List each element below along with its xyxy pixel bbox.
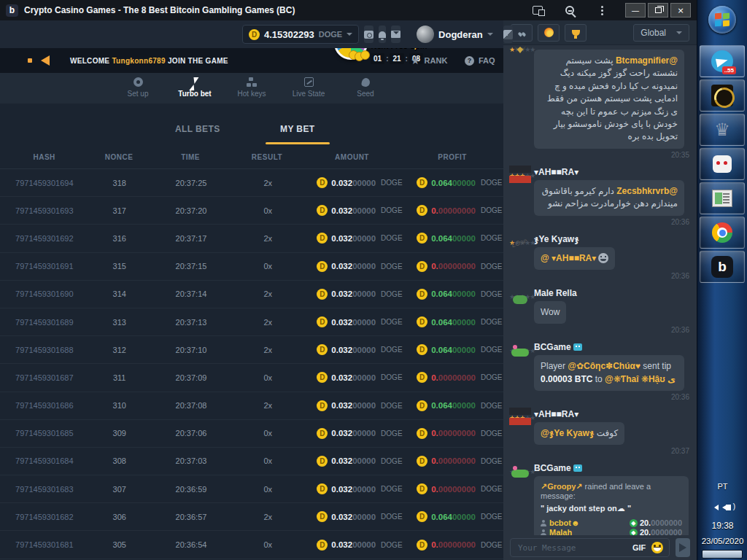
chat-room-select[interactable]: Global xyxy=(633,24,689,42)
chat-username[interactable]: ▾AH■■RA▾ xyxy=(534,409,689,419)
bet-hash[interactable]: 7971459301692 xyxy=(0,234,89,243)
tray-expand-icon[interactable] xyxy=(714,505,719,510)
restore-button[interactable] xyxy=(648,3,668,18)
faq-link[interactable]: ? FAQ xyxy=(465,56,495,66)
table-row[interactable]: 7971459301681 305 20:36:54 0x D 0.032000… xyxy=(0,531,503,559)
rank-link[interactable]: ★ RANK xyxy=(411,55,447,66)
recipient-name[interactable]: Malah xyxy=(549,528,630,535)
tab-my-bet[interactable]: MY BET xyxy=(280,124,315,134)
messages-button[interactable] xyxy=(391,26,400,43)
taskbar-notes-app[interactable] xyxy=(700,182,745,214)
bet-hash[interactable]: 7971459301689 xyxy=(0,318,89,327)
coin-drop-button[interactable] xyxy=(538,24,560,42)
mention[interactable]: @ჯYe Kyawჯ xyxy=(541,428,594,438)
chat-username[interactable]: BCGame xyxy=(534,463,689,473)
user-menu[interactable]: Dogderan xyxy=(417,26,493,43)
game-icon xyxy=(711,85,733,106)
start-button[interactable] xyxy=(708,6,736,34)
bet-result: 0x xyxy=(232,456,303,465)
clock[interactable]: 19:38 xyxy=(697,521,747,531)
language-indicator[interactable]: PT xyxy=(697,482,747,491)
tab-set-up[interactable]: Set up xyxy=(119,77,157,104)
date[interactable]: 23/05/2020 xyxy=(697,537,747,545)
tab-seed[interactable]: Seed xyxy=(347,77,384,104)
taskbar-chrome[interactable] xyxy=(700,217,745,249)
bet-hash[interactable]: 7971459301693 xyxy=(0,206,89,215)
rain-button[interactable] xyxy=(511,24,533,42)
emoji-picker-button[interactable] xyxy=(651,542,663,553)
recipient-name[interactable]: bcbot☻ xyxy=(549,518,630,527)
tab-hot-keys[interactable]: Hot keys xyxy=(233,77,271,104)
mention[interactable]: @Btcmagnifier xyxy=(616,55,678,66)
taskbar-game[interactable] xyxy=(700,79,745,112)
bet-hash[interactable]: 7971459301682 xyxy=(0,513,89,521)
table-row[interactable]: 7971459301685 309 20:37:06 0x D 0.032000… xyxy=(0,420,503,448)
bet-hash[interactable]: 7971459301687 xyxy=(0,373,89,382)
gif-button[interactable]: GIF xyxy=(632,543,646,552)
rain-sender[interactable]: ↗Groopy↗ xyxy=(541,482,583,491)
taskbar-telegram[interactable]: ..55 xyxy=(700,45,745,77)
tab-turbo-bet[interactable]: Turbo bet xyxy=(176,77,214,104)
table-row[interactable]: 7971459301684 308 20:37:03 0x D 0.032000… xyxy=(0,448,503,475)
notifications-button[interactable] xyxy=(379,26,386,43)
bet-hash[interactable]: 7971459301694 xyxy=(0,179,89,187)
table-row[interactable]: 7971459301688 312 20:37:10 2x D 0.032000… xyxy=(0,336,503,364)
table-row[interactable]: 7971459301686 310 20:37:08 2x D 0.032000… xyxy=(0,392,503,420)
chat-username[interactable]: BCGame xyxy=(534,342,689,352)
minimize-button[interactable]: — xyxy=(625,3,646,18)
bet-hash[interactable]: 7971459301686 xyxy=(0,401,89,410)
show-desktop-button[interactable] xyxy=(702,550,743,559)
taskbar-crown-app[interactable]: ♛ xyxy=(700,114,745,146)
lightning-icon xyxy=(193,77,198,88)
close-button[interactable]: × xyxy=(670,3,691,18)
volume-icon[interactable] xyxy=(726,505,731,510)
table-row[interactable]: 7971459301693 317 20:37:20 0x D 0.032000… xyxy=(0,197,503,225)
table-row[interactable]: 7971459301683 307 20:36:59 0x D 0.032000… xyxy=(0,475,503,503)
chat-username[interactable]: ჯYe Kyawჯ xyxy=(534,234,689,244)
table-row[interactable]: 7971459301690 314 20:37:14 2x D 0.032000… xyxy=(0,281,503,308)
send-button[interactable] xyxy=(676,538,690,557)
doge-coin-icon: D xyxy=(317,316,328,327)
chat-messages[interactable]: ★★★★★ @Btcmagnifier پشت سیستم نشسته راحت… xyxy=(503,45,697,535)
bet-hash[interactable]: 7971459301683 xyxy=(0,485,89,494)
message-bubble: @ჯYe Kyawჯ كوفت xyxy=(534,422,624,445)
message-field[interactable]: GIF xyxy=(510,538,670,557)
doge-coin-icon: D xyxy=(417,540,427,551)
bet-hash[interactable]: 7971459301690 xyxy=(0,289,89,298)
tab-live-state[interactable]: Live State xyxy=(290,77,328,104)
chat-collapse-button[interactable] xyxy=(503,26,513,43)
bet-hash[interactable]: 7971459301684 xyxy=(0,456,89,465)
bet-hash[interactable]: 7971459301681 xyxy=(0,540,89,549)
translate-icon[interactable] xyxy=(528,4,547,17)
welcome-text: WELCOME Tungkonn6789 JOIN THE GAME xyxy=(70,57,228,65)
bet-result: 2x xyxy=(232,179,303,187)
browser-menu-icon[interactable] xyxy=(592,4,611,17)
taskbar-bcgame[interactable]: b xyxy=(700,251,745,283)
robot-icon xyxy=(713,155,732,173)
contest-button[interactable] xyxy=(565,24,587,42)
table-row[interactable]: 7971459301689 313 20:37:13 2x D 0.032000… xyxy=(0,308,503,336)
table-row[interactable]: 7971459301691 315 20:37:15 0x D 0.032000… xyxy=(0,253,503,281)
mention[interactable]: @Zecsbhkrvrb xyxy=(616,186,678,196)
tab-all-bets[interactable]: ALL BETS xyxy=(175,124,220,134)
zoom-out-search-icon[interactable] xyxy=(560,4,579,17)
mention[interactable]: @ ▾AH■■RA▾ xyxy=(541,253,596,263)
bet-time: 20:37:06 xyxy=(150,429,232,438)
chat-username[interactable]: Male Rella xyxy=(534,288,689,298)
table-row[interactable]: 7971459301682 306 20:36:57 2x D 0.032000… xyxy=(0,503,503,531)
balance-dropdown[interactable]: D 4.15302293 DOGE xyxy=(242,25,359,44)
taskbar-robot-app[interactable] xyxy=(700,148,745,180)
table-row[interactable]: 7971459301694 318 20:37:25 2x D 0.032000… xyxy=(0,169,503,197)
mail-icon xyxy=(391,31,400,38)
vault-button[interactable] xyxy=(364,26,374,43)
message-input[interactable] xyxy=(516,542,627,553)
bet-hash[interactable]: 7971459301685 xyxy=(0,429,89,438)
vault-icon xyxy=(364,31,374,39)
mention[interactable]: @✿Côηc✽Chúα♥ xyxy=(568,361,640,371)
table-row[interactable]: 7971459301687 311 20:37:09 0x D 0.032000… xyxy=(0,364,503,392)
table-row[interactable]: 7971459301692 316 20:37:17 2x D 0.032000… xyxy=(0,225,503,252)
chat-username[interactable]: ▾AH■■RA▾ xyxy=(534,167,689,177)
bet-hash[interactable]: 7971459301691 xyxy=(0,262,89,271)
mention[interactable]: @❋Ƭhaî ❋Hậʊ ﻯ xyxy=(605,374,676,384)
bet-hash[interactable]: 7971459301688 xyxy=(0,346,89,354)
